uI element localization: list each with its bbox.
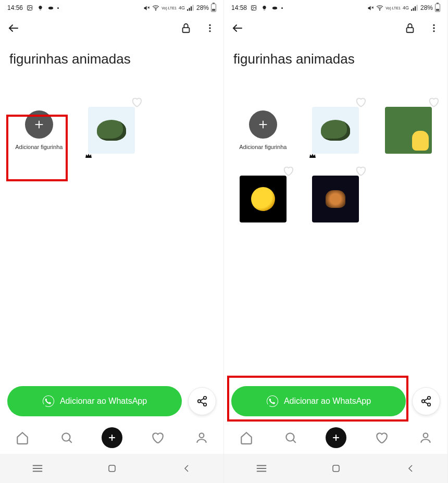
nav-home[interactable] — [329, 461, 343, 476]
tab-create[interactable] — [102, 427, 122, 448]
svg-point-13 — [209, 27, 210, 29]
android-nav-bar — [224, 454, 447, 483]
app-bar — [0, 16, 223, 41]
svg-rect-8 — [191, 6, 192, 10]
heart-icon[interactable] — [282, 165, 294, 177]
svg-point-20 — [204, 403, 207, 406]
add-sticker-tile[interactable]: Adicionar figurinha — [229, 98, 297, 162]
svg-point-34 — [272, 6, 277, 9]
app-icon — [271, 4, 278, 11]
tab-search[interactable] — [57, 428, 76, 447]
wa-button-label: Adicionar ao WhatsApp — [60, 397, 147, 406]
svg-point-51 — [422, 400, 425, 403]
svg-point-5 — [156, 10, 156, 10]
app-bar — [224, 16, 447, 41]
sticker-tile[interactable] — [78, 98, 146, 162]
left-screenshot: 14:56 Vo) LTE1 4G 28% — [0, 0, 224, 483]
plus-icon — [249, 110, 277, 139]
action-row: Adicionar ao WhatsApp — [0, 386, 223, 416]
svg-rect-6 — [187, 9, 188, 11]
clock: 14:56 — [7, 4, 23, 11]
tab-profile[interactable] — [416, 428, 435, 447]
wifi-icon — [376, 4, 383, 11]
svg-rect-63 — [333, 465, 339, 472]
heart-icon[interactable] — [428, 96, 439, 108]
battery-pct: 28% — [196, 4, 209, 11]
plus-icon — [25, 110, 53, 139]
sticker-image-cat — [312, 176, 359, 222]
wifi-icon — [152, 4, 159, 11]
lock-button[interactable] — [179, 21, 193, 35]
lock-button[interactable] — [403, 21, 417, 35]
heart-icon[interactable] — [131, 96, 142, 108]
add-sticker-tile[interactable]: Adicionar figurinha — [5, 98, 73, 162]
tab-create[interactable] — [326, 427, 346, 448]
crown-icon — [308, 152, 317, 160]
svg-line-24 — [69, 440, 71, 442]
signal-icon — [187, 4, 194, 11]
svg-point-44 — [433, 24, 434, 26]
tab-profile[interactable] — [192, 428, 211, 447]
battery-pct: 28% — [420, 4, 433, 11]
svg-line-21 — [201, 399, 204, 401]
tab-search[interactable] — [281, 428, 300, 447]
more-button[interactable] — [427, 21, 441, 35]
nav-recents[interactable] — [254, 461, 269, 476]
add-to-whatsapp-button[interactable]: Adicionar ao WhatsApp — [7, 386, 182, 416]
svg-point-45 — [433, 27, 434, 29]
svg-point-52 — [428, 403, 431, 406]
action-row: Adicionar ao WhatsApp — [224, 386, 447, 416]
bulb-icon — [36, 4, 44, 11]
sticker-image-turtle — [88, 107, 135, 154]
nav-back[interactable] — [403, 461, 418, 476]
whatsapp-icon — [266, 395, 279, 407]
nav-home[interactable] — [105, 461, 119, 476]
sticker-image-turtle — [312, 107, 359, 154]
bottom-tab-bar — [224, 422, 447, 454]
svg-line-54 — [425, 402, 428, 404]
network-label: Vo) LTE1 — [385, 6, 401, 10]
more-notif-icon — [57, 7, 59, 9]
add-to-whatsapp-button[interactable]: Adicionar ao WhatsApp — [231, 386, 406, 416]
heart-icon[interactable] — [355, 165, 366, 177]
nav-back[interactable] — [179, 461, 194, 476]
svg-rect-40 — [415, 6, 416, 10]
svg-line-53 — [425, 399, 428, 401]
sticker-tile[interactable] — [229, 167, 297, 231]
share-button[interactable] — [188, 387, 216, 415]
svg-point-18 — [204, 397, 207, 400]
more-button[interactable] — [203, 21, 217, 35]
image-icon — [250, 4, 257, 11]
add-sticker-label: Adicionar figurinha — [15, 144, 63, 150]
back-button[interactable] — [6, 21, 21, 35]
nav-recents[interactable] — [30, 461, 45, 476]
sticker-tile[interactable] — [302, 98, 370, 162]
back-button[interactable] — [230, 21, 245, 35]
tab-home[interactable] — [13, 428, 32, 447]
svg-point-50 — [428, 397, 431, 400]
sticker-tile[interactable] — [375, 98, 442, 162]
svg-point-46 — [433, 30, 434, 32]
sticker-grid: Adicionar figurinha — [0, 71, 223, 162]
sticker-tile[interactable] — [302, 167, 370, 231]
svg-point-37 — [380, 10, 380, 10]
svg-rect-41 — [416, 5, 417, 10]
svg-point-59 — [423, 433, 428, 438]
tab-favorites[interactable] — [372, 428, 391, 447]
bottom-tab-bar — [0, 422, 223, 454]
svg-point-14 — [209, 30, 210, 32]
signal-icon — [411, 4, 418, 11]
tab-favorites[interactable] — [148, 428, 167, 447]
heart-icon[interactable] — [355, 96, 366, 108]
svg-rect-43 — [407, 28, 414, 32]
svg-rect-11 — [183, 28, 190, 32]
svg-rect-31 — [109, 465, 115, 472]
tab-home[interactable] — [237, 428, 256, 447]
battery-icon — [435, 4, 440, 12]
sticker-image-bee — [240, 176, 287, 222]
empty-tile — [375, 167, 442, 231]
svg-point-19 — [198, 400, 201, 403]
network-label: Vo) LTE1 — [161, 6, 177, 10]
svg-rect-7 — [189, 8, 190, 11]
share-button[interactable] — [412, 387, 440, 415]
